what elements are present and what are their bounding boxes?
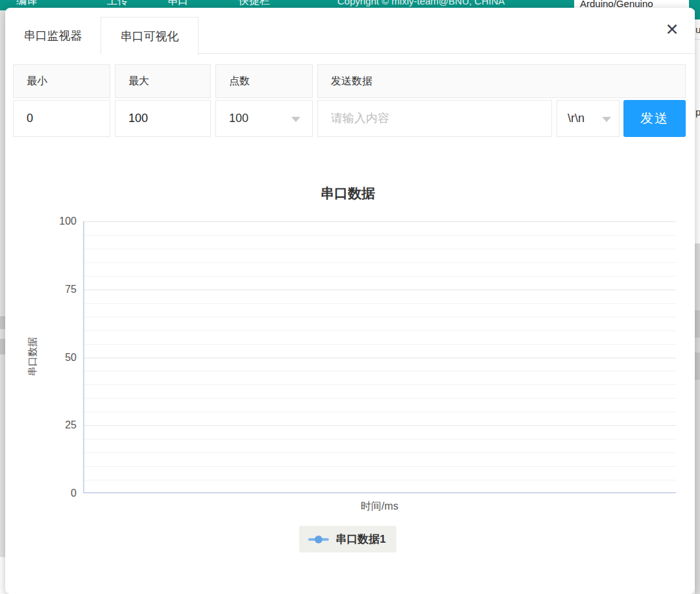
tab-bar: 串口监视器 串口可视化 bbox=[5, 17, 695, 54]
gridline bbox=[84, 398, 676, 399]
left-strip-segment bbox=[0, 316, 5, 329]
right-page-strip bbox=[695, 243, 700, 594]
series-marker-icon bbox=[308, 536, 329, 543]
gridline bbox=[84, 480, 676, 480]
right-strip-segment bbox=[695, 310, 700, 338]
toolbar-item-quickbar[interactable]: 快捷栏 bbox=[239, 0, 270, 8]
background-text-fragment: p bbox=[695, 106, 700, 118]
points-select[interactable]: 100 bbox=[215, 100, 313, 137]
gridline bbox=[84, 317, 676, 317]
gridline bbox=[84, 466, 676, 467]
line-ending-select[interactable]: \r\n bbox=[557, 100, 620, 137]
plot-area bbox=[83, 221, 676, 493]
line-ending-value: \r\n bbox=[568, 112, 585, 125]
toolbar-item-compile[interactable]: 编译 bbox=[16, 0, 37, 8]
legend: 串口数据1 bbox=[19, 526, 676, 552]
gridline bbox=[84, 303, 676, 304]
serial-dialog: 串口监视器 串口可视化 ✕ 最小 最大 点数 发送数据 100 \r\n 发送 bbox=[5, 8, 695, 594]
gridline bbox=[84, 344, 676, 345]
gridline bbox=[84, 290, 676, 290]
gridline bbox=[84, 452, 676, 453]
header-min: 最小 bbox=[13, 64, 110, 98]
chart-title: 串口数据 bbox=[19, 184, 676, 203]
min-input[interactable] bbox=[27, 112, 110, 125]
background-text-fragment: u bbox=[695, 24, 700, 35]
close-icon[interactable]: ✕ bbox=[662, 19, 682, 39]
gridline bbox=[84, 358, 676, 358]
gridline bbox=[84, 371, 676, 371]
screen: 编译 上传 串口 快捷栏 Copyright © mixly-team@BNU,… bbox=[0, 0, 700, 594]
send-data-input[interactable] bbox=[331, 112, 551, 125]
y-tick-label: 100 bbox=[19, 215, 77, 228]
gridline bbox=[84, 439, 676, 439]
y-tick-label: 0 bbox=[19, 487, 77, 500]
left-page-strip bbox=[0, 10, 5, 557]
toolbar-right-sliver bbox=[695, 10, 700, 19]
gridline bbox=[84, 412, 676, 412]
gridline bbox=[84, 330, 676, 331]
right-strip-segment bbox=[695, 353, 700, 380]
y-tick-label: 50 bbox=[19, 351, 77, 364]
chevron-down-icon bbox=[291, 117, 300, 122]
tab-serial-monitor[interactable]: 串口监视器 bbox=[5, 17, 101, 54]
header-points: 点数 bbox=[215, 64, 313, 98]
tab-serial-visualize[interactable]: 串口可视化 bbox=[101, 17, 199, 55]
max-field-cell bbox=[115, 100, 211, 137]
gridline bbox=[84, 425, 676, 426]
header-max: 最大 bbox=[115, 64, 211, 98]
send-field-cell bbox=[317, 100, 552, 137]
max-input[interactable] bbox=[128, 112, 210, 125]
background-divider bbox=[695, 39, 700, 40]
chevron-down-icon bbox=[602, 117, 611, 122]
gridline bbox=[84, 276, 676, 277]
gridline bbox=[84, 384, 676, 385]
points-select-value: 100 bbox=[229, 112, 248, 125]
x-axis-title: 时间/ms bbox=[83, 500, 676, 514]
min-field-cell bbox=[13, 100, 110, 137]
gridline bbox=[84, 262, 676, 263]
copyright-text: Copyright © mixly-team@BNU, CHINA bbox=[337, 0, 505, 6]
gridline bbox=[84, 221, 676, 222]
header-send-data: 发送数据 bbox=[317, 64, 686, 98]
send-button[interactable]: 发送 bbox=[623, 100, 686, 137]
y-tick-label: 25 bbox=[19, 419, 77, 432]
gridline bbox=[84, 235, 676, 236]
legend-item[interactable]: 串口数据1 bbox=[299, 526, 396, 552]
gridline bbox=[84, 249, 676, 249]
left-strip-segment bbox=[0, 339, 5, 354]
toolbar-item-serial[interactable]: 串口 bbox=[167, 0, 188, 8]
legend-series-label: 串口数据1 bbox=[335, 532, 385, 547]
toolbar-item-upload[interactable]: 上传 bbox=[107, 0, 128, 8]
y-tick-label: 75 bbox=[19, 283, 77, 296]
serial-chart: 串口数据 串口数据 0255075100 时间/ms 串口数据1 bbox=[19, 175, 676, 565]
